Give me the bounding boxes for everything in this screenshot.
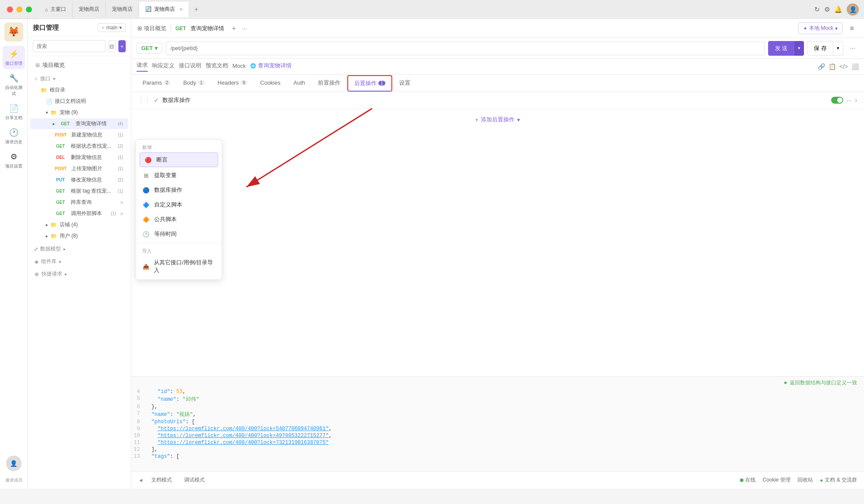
branch-selector[interactable]: ⑂ main ▾	[98, 23, 126, 32]
refresh-browser-icon[interactable]: ↻	[814, 6, 820, 13]
api-label: 跨库查询	[71, 199, 92, 206]
api-get-pet-detail[interactable]: ▸ GET 查询宠物详情 (4)	[30, 118, 128, 129]
tab-close-button[interactable]: ✕	[179, 7, 183, 12]
search-input[interactable]	[33, 40, 105, 52]
notification-icon[interactable]: 🔔	[834, 6, 842, 13]
tab-mock[interactable]: Mock	[232, 63, 246, 71]
api-get-pet-status[interactable]: GET 根据状态查找宠... (2)	[30, 141, 128, 152]
doc-mode-button[interactable]: 文档模式	[147, 475, 176, 485]
iconbar-settings[interactable]: ⚙ 项目设置	[3, 149, 25, 172]
sidebar-component-lib[interactable]: ◈ 组件库 ▸	[28, 254, 131, 267]
api-post-upload[interactable]: POST 上传宠物图片 (1)	[30, 163, 128, 174]
debug-mode-button[interactable]: 调试模式	[180, 475, 209, 485]
tab-request[interactable]: 请求	[137, 61, 148, 72]
sidebar-project-overview[interactable]: ⊞ 项目概览	[30, 59, 128, 71]
api-get-cross-lib[interactable]: GET 跨库查询	[30, 197, 128, 208]
dropdown-assert[interactable]: 🔴 断言	[140, 152, 218, 167]
close-button[interactable]	[7, 6, 13, 13]
layout-icon[interactable]: ⬜	[851, 63, 859, 70]
tab-preview[interactable]: 预览文档	[206, 62, 228, 71]
api-get-external[interactable]: GET 调用外部脚本 (1)	[30, 208, 128, 219]
maximize-button[interactable]	[26, 6, 32, 13]
tab-query-pet[interactable]: 🌐 查询宠物详情	[250, 62, 292, 71]
recycle-button[interactable]: 回收站	[797, 476, 813, 484]
drag-handle-icon[interactable]: ⋮⋮	[138, 97, 150, 104]
assert-icon: 🔴	[144, 157, 152, 163]
url-input[interactable]	[166, 41, 765, 55]
iconbar-history[interactable]: 🕐 请求历史	[3, 124, 25, 148]
category-pets-header[interactable]: ▾ 📁 宠物 (9)	[30, 107, 128, 118]
category-users[interactable]: ▸ 📁 用户 (8)	[30, 231, 128, 241]
dropdown-extract[interactable]: ⊞ 提取变量	[136, 168, 222, 183]
sidebar-data-model[interactable]: ⑇ 数据模型 ▸	[28, 242, 131, 254]
pre-action-tab[interactable]: 前置操作	[312, 75, 346, 92]
post-action-tab[interactable]: 后置操作 1	[347, 75, 392, 92]
tab-response[interactable]: 响应定义	[152, 62, 175, 71]
body-tab[interactable]: Body 1	[177, 75, 210, 92]
copy-icon[interactable]: 📋	[829, 63, 836, 70]
dropdown-public-script[interactable]: 🔶 公共脚本	[136, 212, 222, 227]
url-more-options[interactable]: ···	[847, 42, 859, 54]
dropdown-import-from[interactable]: 📤 从其它接口/用例/目录导入	[136, 255, 222, 278]
invite-member[interactable]: 👤	[6, 456, 22, 471]
new-tab-button[interactable]: +	[189, 6, 203, 13]
sidebar-root-dir[interactable]: 📁 根目录	[30, 85, 128, 95]
tab-apidoc[interactable]: 接口说明	[179, 62, 201, 71]
tab-shop1[interactable]: 宠物商店	[73, 2, 106, 17]
params-tab[interactable]: Params 2	[137, 75, 176, 92]
add-action-button[interactable]: + 添加后置操作 ▾	[475, 116, 521, 124]
interface-section-label: 接口	[40, 75, 51, 82]
add-tab-icon[interactable]: +	[232, 25, 236, 32]
send-button[interactable]: 发 送	[768, 41, 795, 56]
add-button[interactable]: +	[118, 40, 126, 52]
settings-tab[interactable]: 设置	[393, 75, 416, 92]
iconbar-automation[interactable]: 🔧 自动化测试	[3, 70, 25, 99]
iconbar-interface[interactable]: ⚡ 接口管理	[3, 46, 25, 69]
category-stores[interactable]: ▸ 📁 店铺 (4)	[30, 219, 128, 230]
more-options-icon[interactable]: ···	[242, 25, 247, 32]
cookie-mgmt-button[interactable]: Cookie 管理	[762, 476, 791, 484]
dropdown-wait[interactable]: 🕐 等待时间	[136, 227, 222, 241]
filter-button[interactable]: ⊟	[108, 40, 116, 52]
nav-interface-section[interactable]: ⑂ 接口 ▾	[28, 72, 131, 84]
save-dropdown-button[interactable]: ▾	[833, 41, 843, 56]
link-icon[interactable]: 🔗	[818, 63, 825, 70]
mock-toggle-btn[interactable]: ✦ 本地 Mock ▾	[798, 22, 842, 34]
nav-back-button[interactable]: ◄	[138, 477, 143, 483]
bottom-left: ◄ 文档模式 调试模式	[138, 475, 209, 485]
project-overview-link[interactable]: ⊞ 项目概览	[137, 25, 166, 32]
api-post-pet-new[interactable]: POST 新建宠物信息 (1)	[30, 130, 128, 140]
main-menu-button[interactable]: ≡	[846, 22, 858, 35]
operation-more-icon[interactable]: ···	[847, 97, 852, 104]
api-get-tag[interactable]: GET 根据 tag 查找宠... (1)	[30, 186, 128, 197]
component-icon: ◈	[35, 259, 38, 265]
tab-shop2[interactable]: 宠物商店	[106, 2, 139, 17]
save-button[interactable]: 保 存	[807, 41, 833, 56]
settings-icon[interactable]: ⚙	[824, 6, 830, 13]
sidebar-quick-request[interactable]: ⊕ 快捷请求 ▸	[28, 267, 131, 279]
app-logo[interactable]: 🦊	[4, 22, 23, 41]
operation-expand-icon[interactable]: ›	[855, 97, 857, 104]
method-select[interactable]: GET ▾	[137, 43, 162, 54]
user-avatar[interactable]: 👤	[847, 3, 859, 16]
auth-tab[interactable]: Auth	[287, 75, 311, 92]
iconbar-docs[interactable]: 📄 分享文档	[3, 100, 25, 124]
users-label: 用户 (8)	[60, 232, 78, 240]
branch-icon: ⑂	[102, 25, 105, 30]
code-icon[interactable]: </>	[839, 63, 848, 70]
api-put-pet[interactable]: PUT 修改宠物信息 (2)	[30, 174, 128, 185]
tab-home[interactable]: ⌂ 主窗口	[39, 2, 73, 17]
dropdown-database[interactable]: 🔵 数据库操作	[136, 183, 222, 197]
tab-shop3[interactable]: 🔄 宠物商店 ✕	[139, 2, 189, 17]
community-dot: ●	[820, 477, 823, 483]
method-value: GET	[141, 45, 153, 51]
headers-tab[interactable]: Headers 9	[212, 75, 254, 92]
send-dropdown-button[interactable]: ▾	[794, 41, 804, 56]
community-link[interactable]: ● 文档 & 交流群	[820, 476, 857, 484]
minimize-button[interactable]	[16, 6, 22, 13]
operation-toggle[interactable]	[831, 97, 843, 104]
cookies-tab[interactable]: Cookies	[254, 75, 286, 92]
sidebar-api-doc[interactable]: 📄 接口文档说明	[30, 96, 128, 107]
api-del-pet[interactable]: DEL 删除宠物信息 (1)	[30, 152, 128, 163]
dropdown-custom-script[interactable]: 🔷 自定义脚本	[136, 197, 222, 212]
